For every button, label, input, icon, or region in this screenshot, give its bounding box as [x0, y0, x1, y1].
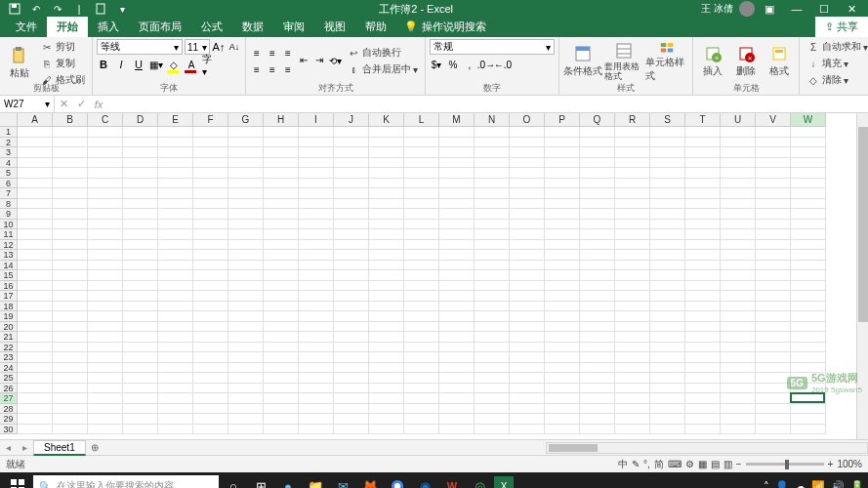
cell[interactable] — [264, 332, 299, 343]
cell[interactable] — [158, 352, 193, 363]
cell[interactable] — [404, 209, 439, 220]
cell[interactable] — [369, 414, 404, 425]
cell[interactable] — [404, 229, 439, 240]
cell[interactable] — [299, 127, 334, 138]
row-header[interactable]: 9 — [0, 209, 18, 220]
cell[interactable] — [580, 343, 615, 353]
cell[interactable] — [439, 270, 475, 281]
cell[interactable] — [685, 393, 721, 404]
cell[interactable] — [650, 404, 685, 415]
tray-volume-icon[interactable]: 🔊 — [831, 480, 845, 489]
tab-review[interactable]: 审阅 — [273, 17, 314, 37]
cell[interactable] — [369, 373, 404, 384]
tray-network-icon[interactable]: 📶 — [811, 480, 825, 489]
cell[interactable] — [756, 158, 791, 169]
cell[interactable] — [369, 220, 404, 230]
new-file-icon[interactable] — [92, 1, 109, 17]
cell[interactable] — [756, 322, 791, 333]
cell[interactable] — [439, 261, 475, 271]
row-header[interactable]: 15 — [0, 270, 18, 281]
cell[interactable] — [475, 343, 510, 353]
cell[interactable] — [299, 384, 334, 394]
cell[interactable] — [228, 168, 264, 179]
select-all-corner[interactable] — [0, 113, 18, 127]
cell[interactable] — [404, 414, 439, 425]
row-header[interactable]: 13 — [0, 250, 18, 261]
cell[interactable] — [545, 250, 580, 261]
name-box[interactable]: W27▾ — [0, 96, 55, 112]
cell[interactable] — [756, 188, 791, 199]
cell[interactable] — [615, 229, 650, 240]
cell[interactable] — [580, 199, 615, 210]
taskbar-search[interactable]: 🔍在这里输入你要搜索的内容 — [33, 475, 219, 488]
cell[interactable] — [685, 425, 721, 435]
cell[interactable] — [791, 322, 826, 333]
cell[interactable] — [510, 281, 545, 292]
cell[interactable] — [18, 220, 53, 230]
cell[interactable] — [580, 302, 615, 312]
cell[interactable] — [721, 240, 756, 251]
cell[interactable] — [721, 179, 756, 189]
cell[interactable] — [510, 332, 545, 343]
cell[interactable] — [615, 147, 650, 158]
cell[interactable] — [18, 352, 53, 363]
cell[interactable] — [264, 229, 299, 240]
cell[interactable] — [475, 199, 510, 210]
cell[interactable] — [228, 250, 264, 261]
cell[interactable] — [334, 425, 369, 435]
cell[interactable] — [545, 311, 580, 322]
align-left-icon[interactable]: ≡ — [250, 62, 264, 76]
cell[interactable] — [756, 199, 791, 210]
cell[interactable] — [158, 363, 193, 374]
cell[interactable] — [264, 302, 299, 312]
row-header[interactable]: 30 — [0, 425, 18, 435]
cell[interactable] — [615, 352, 650, 363]
cell[interactable] — [299, 393, 334, 404]
cell[interactable] — [580, 404, 615, 415]
cell[interactable] — [123, 220, 158, 230]
cell[interactable] — [18, 138, 53, 148]
cell[interactable] — [53, 311, 88, 322]
cell[interactable] — [685, 322, 721, 333]
cell[interactable] — [299, 138, 334, 148]
cell[interactable] — [721, 168, 756, 179]
cell[interactable] — [369, 281, 404, 292]
cell[interactable] — [404, 352, 439, 363]
cell[interactable] — [123, 302, 158, 312]
cell[interactable] — [228, 188, 264, 199]
cell[interactable] — [650, 209, 685, 220]
row-header[interactable]: 19 — [0, 311, 18, 322]
cell[interactable] — [404, 393, 439, 404]
cell[interactable] — [475, 414, 510, 425]
cell[interactable] — [756, 240, 791, 251]
cell[interactable] — [510, 127, 545, 138]
cell[interactable] — [369, 352, 404, 363]
cell[interactable] — [123, 393, 158, 404]
cell[interactable] — [439, 147, 475, 158]
cell[interactable] — [369, 384, 404, 394]
ime-lang[interactable]: 中 — [618, 458, 628, 471]
cell[interactable] — [193, 168, 228, 179]
view-normal-icon[interactable]: ▦ — [698, 459, 707, 469]
row-header[interactable]: 8 — [0, 199, 18, 210]
cell[interactable] — [228, 158, 264, 169]
cell[interactable] — [228, 261, 264, 271]
cell[interactable] — [369, 240, 404, 251]
cell[interactable] — [615, 363, 650, 374]
decrease-font-icon[interactable]: A↓ — [227, 40, 241, 54]
column-header[interactable]: G — [228, 113, 264, 127]
comma-icon[interactable]: , — [463, 58, 476, 71]
cell[interactable] — [510, 179, 545, 189]
cell[interactable] — [475, 158, 510, 169]
column-header[interactable]: O — [510, 113, 545, 127]
cell[interactable] — [721, 209, 756, 220]
cell[interactable] — [158, 425, 193, 435]
column-header[interactable]: P — [545, 113, 580, 127]
cell[interactable] — [228, 373, 264, 384]
cell[interactable] — [18, 127, 53, 138]
cell[interactable] — [685, 302, 721, 312]
cell[interactable] — [158, 322, 193, 333]
cell[interactable] — [545, 168, 580, 179]
cell[interactable] — [193, 373, 228, 384]
fill-button[interactable]: ↓填充▾ — [804, 56, 868, 71]
